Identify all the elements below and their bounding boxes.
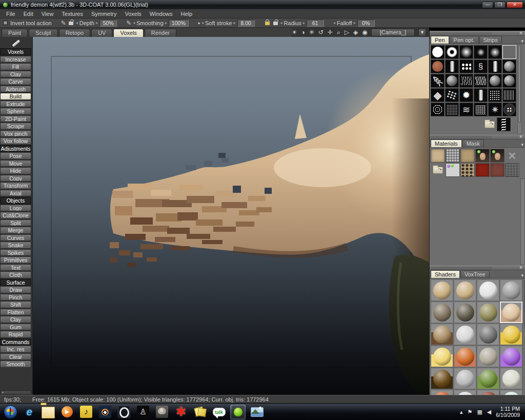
- pen-brush-noise[interactable]: [445, 103, 459, 116]
- sticky-notes-icon[interactable]: [192, 405, 208, 419]
- hidden-icons-icon[interactable]: ▴: [460, 409, 463, 415]
- shader-swatch[interactable]: [454, 279, 476, 301]
- materials-tab-materials[interactable]: Materials: [431, 139, 462, 147]
- sidebar-item-surface[interactable]: Surface: [0, 279, 31, 286]
- material-tex[interactable]: [490, 163, 504, 177]
- decrement-arrow-icon[interactable]: ◂: [76, 21, 78, 25]
- sidebar-item-gum[interactable]: Gum: [0, 324, 31, 331]
- shaders-tabs-dropdown-icon[interactable]: ▾: [521, 273, 525, 278]
- sidebar-item-spikes[interactable]: Spikes: [0, 249, 31, 256]
- pen-brush-soft-medium[interactable]: [488, 45, 502, 59]
- sidebar-item-build[interactable]: Build: [0, 93, 31, 100]
- shader-swatch[interactable]: [454, 346, 476, 367]
- materials-scrollbar[interactable]: [520, 178, 525, 265]
- sidebar-item-objects[interactable]: Objects: [0, 197, 31, 204]
- pen-brush-diamond[interactable]: [431, 88, 445, 102]
- sidebar-item-sphere[interactable]: Sphere: [0, 108, 31, 115]
- material-photo[interactable]: [475, 149, 490, 163]
- increment-arrow-icon[interactable]: ▸: [234, 21, 236, 25]
- gimp-icon[interactable]: [154, 405, 170, 419]
- materials-tab-mask[interactable]: Mask: [462, 139, 484, 147]
- option-value-soft-stroke[interactable]: 8.00: [237, 19, 255, 27]
- contrast-icon[interactable]: ◑: [301, 28, 305, 37]
- focus-icon[interactable]: ◈: [353, 28, 358, 37]
- menu-symmetry[interactable]: Symmetry: [87, 9, 121, 18]
- option-value-falloff[interactable]: 0%: [357, 19, 375, 27]
- sidebar-item-fill[interactable]: Fill: [0, 63, 31, 70]
- material-leopard[interactable]: [460, 163, 475, 177]
- menu-voxels[interactable]: Voxels: [120, 9, 145, 18]
- option-value-smoothing[interactable]: 100%: [169, 19, 189, 27]
- pen-brush-bar[interactable]: [474, 88, 488, 102]
- pen-brush-bar[interactable]: [488, 59, 502, 73]
- pen-brush-sphere[interactable]: [445, 74, 459, 88]
- pen-folder-icon[interactable]: [482, 117, 496, 131]
- pen-brush-sphere[interactable]: [488, 74, 502, 88]
- sidebar-item-split[interactable]: Split: [0, 219, 31, 227]
- material-noise[interactable]: [505, 163, 519, 177]
- shader-swatch[interactable]: [500, 279, 522, 301]
- zoom-view-icon[interactable]: ⌕: [337, 28, 340, 37]
- sidebar-item-adjustments[interactable]: Adjustments: [0, 145, 31, 152]
- sidebar-item-extrude[interactable]: Extrude: [0, 101, 31, 108]
- material-speckle[interactable]: [446, 163, 460, 177]
- rotate-view-icon[interactable]: ↺: [318, 28, 324, 37]
- sidebar-item-copy[interactable]: Copy: [0, 175, 31, 182]
- opera-icon[interactable]: [116, 405, 132, 419]
- pen-tab-strips[interactable]: Strips: [479, 36, 502, 44]
- specular-icon[interactable]: ✳: [309, 28, 314, 37]
- sidebar-item-clay[interactable]: Clay: [0, 316, 31, 323]
- sidebar-item-shift[interactable]: Shift: [0, 301, 31, 308]
- trackball-icon[interactable]: ◉: [362, 28, 367, 37]
- taskbar-clock[interactable]: 1:11 PM 6/10/2009: [496, 406, 520, 418]
- shader-swatch[interactable]: [477, 302, 499, 323]
- menu-help[interactable]: Help: [176, 9, 196, 18]
- brightness-icon[interactable]: ☀: [292, 28, 297, 37]
- volume-icon[interactable]: ◀: [487, 409, 491, 415]
- unlock-icon[interactable]: [273, 22, 278, 25]
- tab-paint[interactable]: Paint: [2, 29, 28, 37]
- material-folder[interactable]: [431, 163, 445, 177]
- tab-uv[interactable]: UV: [91, 29, 112, 37]
- tab-render[interactable]: Render: [145, 29, 176, 37]
- sidebar-item-clay[interactable]: Clay: [0, 71, 31, 78]
- sidebar-item-clear[interactable]: Clear: [0, 353, 31, 361]
- sidebar-scrollbar[interactable]: ◂: [1, 390, 31, 394]
- menu-windows[interactable]: Windows: [146, 9, 177, 18]
- shaders-scrollbar[interactable]: [523, 278, 525, 395]
- blender-icon[interactable]: [97, 405, 113, 419]
- shader-swatch[interactable]: [477, 324, 499, 345]
- option-value-radius[interactable]: 61: [307, 19, 324, 27]
- photo-viewer-icon[interactable]: [249, 405, 265, 419]
- pen-brush-sphere[interactable]: [502, 74, 516, 88]
- sidebar-item-smooth[interactable]: Smooth: [0, 361, 31, 368]
- shader-swatch[interactable]: [477, 279, 499, 301]
- shader-swatch[interactable]: [500, 368, 522, 389]
- material-none[interactable]: ✕: [505, 149, 519, 163]
- pen-tab-pen-opt[interactable]: Pen opt.: [450, 36, 479, 44]
- camera-mode-button[interactable]: [Camera_]: [371, 29, 415, 36]
- sidebar-item-pose[interactable]: Pose: [0, 152, 31, 159]
- pan-view-icon[interactable]: ✛: [328, 28, 333, 37]
- pen-brush-bar[interactable]: [445, 59, 459, 73]
- sidebar-item-merge[interactable]: Merge: [0, 227, 31, 234]
- pivot-icon[interactable]: ♙: [135, 405, 151, 419]
- shader-swatch[interactable]: [477, 368, 499, 389]
- sidebar-item-cut-clone[interactable]: Cut&Clone: [0, 212, 31, 219]
- shader-swatch[interactable]: [431, 368, 453, 389]
- shaders-tab-voxtree[interactable]: VoxTree: [460, 270, 490, 278]
- shader-swatch[interactable]: [477, 390, 499, 395]
- material-tex[interactable]: [431, 149, 445, 163]
- increment-arrow-icon[interactable]: ▸: [354, 21, 356, 25]
- shader-swatch[interactable]: [454, 324, 476, 345]
- tab-retopo[interactable]: Retopo: [59, 29, 90, 37]
- shaders-panel-close-icon[interactable]: ×: [518, 266, 524, 270]
- pen-brush-chevrons[interactable]: [431, 74, 445, 88]
- materials-tabs-dropdown-icon[interactable]: ▾: [521, 142, 525, 147]
- shader-swatch[interactable]: [431, 390, 453, 395]
- network-icon[interactable]: ▦: [477, 409, 482, 415]
- pen-spring-icon[interactable]: [497, 117, 511, 131]
- increment-arrow-icon[interactable]: ▸: [303, 21, 305, 25]
- menu-file[interactable]: File: [2, 9, 19, 18]
- shaders-tab-shaders[interactable]: Shaders: [431, 270, 460, 278]
